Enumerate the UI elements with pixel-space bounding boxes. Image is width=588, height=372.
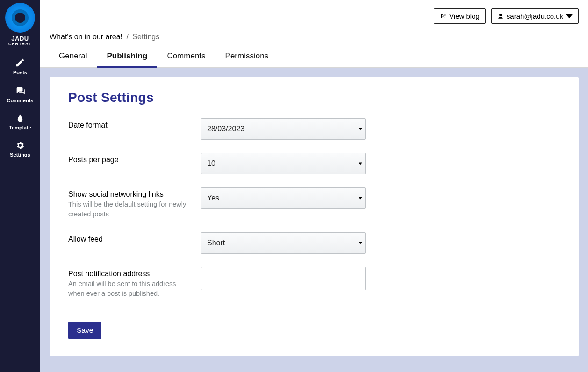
sidebar-item-label: Template	[9, 125, 31, 130]
drop-icon	[16, 114, 24, 123]
row-allow-feed: Allow feed Short	[68, 232, 560, 254]
select-date-format-value: 28/03/2023	[201, 125, 250, 133]
user-email: sarah@jadu.co.uk	[507, 12, 563, 20]
sidebar-item-comments[interactable]: Comments	[0, 81, 40, 109]
select-posts-per-page-value: 10	[201, 159, 221, 168]
pencil-icon	[15, 57, 25, 68]
label-date-format: Date format	[68, 121, 194, 129]
page-title: Post Settings	[68, 90, 560, 105]
breadcrumb-separator: /	[126, 33, 128, 41]
label-notify-address: Post notification address	[68, 270, 194, 278]
breadcrumb: What's on in our area! / Settings	[50, 33, 579, 41]
hint-notify-address: An email will be sent to this address wh…	[68, 280, 176, 297]
caret-down-icon	[355, 233, 365, 253]
save-button[interactable]: Save	[68, 322, 101, 339]
row-social-links: Show social networking links This will b…	[68, 187, 560, 219]
tab-comments[interactable]: Comments	[167, 48, 205, 67]
user-menu-button[interactable]: sarah@jadu.co.uk	[491, 8, 579, 24]
select-posts-per-page[interactable]: 10	[201, 153, 366, 174]
brand-logo[interactable]: JADU CENTRAL	[5, 3, 35, 46]
tab-permissions[interactable]: Permissions	[225, 48, 269, 67]
tabs: General Publishing Comments Permissions	[50, 48, 579, 67]
caret-down-icon	[355, 153, 365, 174]
sidebar-item-label: Comments	[7, 98, 34, 103]
view-blog-label: View blog	[449, 12, 480, 20]
caret-down-icon	[355, 188, 365, 208]
row-notify-address: Post notification address An email will …	[68, 267, 560, 299]
brand-logo-mark	[5, 3, 35, 33]
row-posts-per-page: Posts per page 10	[68, 153, 560, 174]
breadcrumb-current: Settings	[132, 33, 159, 41]
sidebar-item-settings[interactable]: Settings	[0, 136, 40, 163]
gear-icon	[15, 141, 25, 150]
select-date-format[interactable]: 28/03/2023	[201, 118, 366, 140]
tab-publishing[interactable]: Publishing	[107, 48, 147, 67]
label-posts-per-page: Posts per page	[68, 156, 194, 164]
select-allow-feed[interactable]: Short	[201, 232, 366, 254]
external-link-icon	[440, 13, 446, 20]
top-actions: View blog sarah@jadu.co.uk	[434, 8, 579, 24]
label-social-links: Show social networking links	[68, 190, 194, 199]
top-band: View blog sarah@jadu.co.uk What's on in …	[40, 0, 588, 68]
caret-down-icon	[566, 13, 573, 20]
sidebar-item-posts[interactable]: Posts	[0, 53, 40, 81]
sidebar-item-label: Settings	[10, 152, 30, 157]
comments-icon	[14, 86, 26, 96]
tab-general[interactable]: General	[59, 48, 87, 67]
main-column: View blog sarah@jadu.co.uk What's on in …	[40, 0, 588, 372]
settings-card: Post Settings Date format 28/03/2023 Pos…	[50, 77, 579, 356]
brand-name: JADU	[5, 36, 35, 42]
select-social-links-value: Yes	[201, 194, 225, 202]
input-notify-address[interactable]	[201, 267, 366, 290]
sidebar-item-template[interactable]: Template	[0, 109, 40, 136]
select-social-links[interactable]: Yes	[201, 187, 366, 209]
hint-social-links: This will be the default setting for new…	[68, 200, 186, 218]
sidebar-item-label: Posts	[13, 70, 27, 75]
label-allow-feed: Allow feed	[68, 235, 194, 243]
row-date-format: Date format 28/03/2023	[68, 118, 560, 140]
brand-subtitle: CENTRAL	[5, 42, 35, 46]
caret-down-icon	[355, 119, 365, 139]
user-icon	[497, 13, 504, 20]
sidebar: JADU CENTRAL Posts Comments Template Set…	[0, 0, 40, 372]
content-area: Post Settings Date format 28/03/2023 Pos…	[40, 68, 588, 372]
breadcrumb-link[interactable]: What's on in our area!	[50, 33, 122, 41]
divider	[68, 312, 560, 312]
view-blog-button[interactable]: View blog	[434, 8, 486, 24]
select-allow-feed-value: Short	[201, 239, 230, 247]
